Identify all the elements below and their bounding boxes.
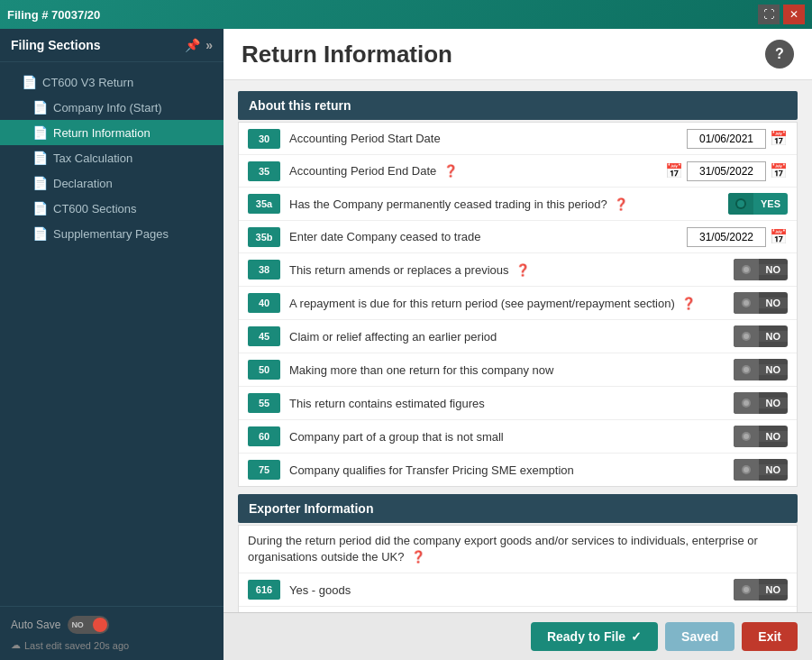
sidebar-item-ct600-sections[interactable]: 📄 CT600 Sections [0, 196, 224, 221]
about-return-section: 30 Accounting Period Start Date 📅 35 Acc… [238, 122, 798, 487]
toggle-no-38[interactable]: NO [734, 259, 789, 280]
pin-icon[interactable]: 📌 [185, 38, 200, 52]
svg-point-17 [744, 587, 749, 592]
form-row-55: 55 This return contains estimated figure… [239, 387, 797, 420]
date-input-30[interactable] [687, 129, 766, 149]
sidebar-item-ct600[interactable]: 📄 CT600 V3 Return [0, 69, 224, 95]
window-title: Filing # 70037/20 [7, 8, 100, 22]
title-bar-buttons: ⛶ ✕ [758, 5, 805, 24]
help-button[interactable]: ? [765, 40, 794, 69]
input-area-616: NO [734, 579, 789, 600]
input-area-50: NO [734, 359, 789, 380]
calendar-icon-35b-main[interactable]: 📅 [770, 228, 788, 245]
doc-icon: 📄 [32, 176, 48, 190]
label-50: Making more than one return for this com… [289, 363, 734, 377]
autosave-no-label: NO [71, 620, 84, 629]
page-title: Return Information [242, 41, 452, 69]
label-55: This return contains estimated figures [289, 397, 734, 410]
toggle-switch-40 [734, 292, 759, 314]
ready-label: Ready to File [547, 629, 625, 644]
help-icon-38[interactable]: ❓ [515, 263, 530, 277]
sidebar-item-supplementary[interactable]: 📄 Supplementary Pages [0, 221, 224, 246]
form-row-45: 45 Claim or relief affecting an earlier … [239, 320, 797, 353]
auto-save-row: Auto Save NO [11, 616, 213, 634]
toggle-switch-35a [728, 193, 753, 215]
form-row-616: 616 Yes - goods NO [239, 573, 797, 607]
toggle-no-label-45: NO [759, 331, 789, 342]
date-input-35b[interactable] [687, 227, 766, 247]
badge-45: 45 [248, 326, 280, 346]
toggle-no-45[interactable]: NO [734, 325, 789, 347]
label-35b: Enter date Company ceased to trade [289, 230, 687, 243]
svg-point-5 [744, 300, 749, 306]
section-header-about: About this return [238, 91, 798, 120]
saved-label: Saved [681, 629, 718, 644]
check-icon: ✓ [631, 629, 642, 644]
help-icon-35a[interactable]: ❓ [614, 197, 628, 211]
badge-35a: 35a [248, 194, 280, 214]
help-icon-35[interactable]: ❓ [443, 164, 458, 178]
sidebar-item-label: Supplementary Pages [53, 227, 169, 241]
help-icon-40[interactable]: ❓ [681, 297, 696, 310]
exit-button[interactable]: Exit [742, 622, 798, 651]
toggle-no-40[interactable]: NO [734, 292, 789, 314]
toggle-no-55[interactable]: NO [734, 392, 789, 414]
toggle-no-75[interactable]: NO [734, 459, 789, 481]
sidebar-item-label: Return Information [53, 126, 151, 140]
sidebar-item-return-info[interactable]: 📄 Return Information [0, 120, 224, 145]
toggle-no-616[interactable]: NO [734, 579, 789, 600]
section-header-exporter: Exporter Information [238, 494, 798, 523]
sidebar-item-label: CT600 Sections [53, 202, 137, 215]
form-row-75: 75 Company qualifies for Transfer Pricin… [239, 454, 797, 486]
help-icon-exporter[interactable]: ❓ [411, 550, 425, 564]
toggle-yes-label-35a: YES [753, 198, 788, 209]
toggle-switch-55 [734, 392, 759, 414]
form-row-30: 30 Accounting Period Start Date 📅 [239, 123, 797, 155]
autosave-toggle[interactable]: NO [68, 616, 109, 634]
input-area-55: NO [734, 392, 789, 414]
toggle-switch-616 [734, 579, 759, 600]
calendar-icon-30[interactable]: 📅 [770, 130, 788, 147]
input-area-40: NO [734, 292, 789, 314]
toggle-no-50[interactable]: NO [734, 359, 789, 380]
label-60: Company part of a group that is not smal… [289, 430, 734, 444]
toggle-switch-60 [734, 426, 759, 447]
cloud-icon: ☁ [11, 639, 21, 651]
toggle-no-label-60: NO [759, 431, 789, 442]
exit-label: Exit [758, 629, 781, 644]
input-area-38: NO [734, 259, 789, 280]
maximize-button[interactable]: ⛶ [758, 5, 780, 24]
toggle-switch-38 [734, 259, 759, 280]
badge-75: 75 [248, 460, 280, 480]
badge-38: 38 [248, 260, 280, 280]
form-row-38: 38 This return amends or replaces a prev… [239, 253, 797, 287]
badge-30: 30 [248, 129, 280, 149]
sidebar-item-company-info[interactable]: 📄 Company Info (Start) [0, 95, 224, 120]
sidebar-item-tax-calc[interactable]: 📄 Tax Calculation [0, 145, 224, 170]
svg-point-1 [737, 200, 744, 207]
date-input-35[interactable] [687, 161, 766, 181]
doc-icon: 📄 [32, 201, 48, 215]
doc-icon: 📄 [32, 125, 48, 140]
toggle-no-label-40: NO [759, 298, 789, 308]
content-header: Return Information ? [224, 29, 812, 80]
close-button[interactable]: ✕ [783, 5, 805, 24]
badge-616: 616 [248, 580, 280, 600]
toggle-yes-35a[interactable]: YES [728, 193, 788, 215]
exporter-section: During the return period did the company… [238, 525, 798, 612]
toggle-knob [93, 618, 107, 632]
exporter-description: During the return period did the company… [239, 526, 797, 573]
saved-button[interactable]: Saved [665, 622, 734, 651]
expand-icon[interactable]: » [205, 38, 213, 52]
toggle-switch-75 [734, 459, 759, 481]
calendar-icon-35b[interactable]: 📅 [770, 162, 788, 179]
toggle-no-60[interactable]: NO [734, 426, 789, 447]
badge-40: 40 [248, 293, 280, 313]
form-row-50: 50 Making more than one return for this … [239, 353, 797, 387]
ready-to-file-button[interactable]: Ready to File ✓ [531, 622, 658, 651]
svg-point-7 [744, 334, 749, 339]
doc-icon: 📄 [32, 226, 48, 241]
label-616: Yes - goods [289, 583, 734, 597]
calendar-icon-35a[interactable]: 📅 [665, 162, 683, 179]
sidebar-item-declaration[interactable]: 📄 Declaration [0, 170, 224, 196]
